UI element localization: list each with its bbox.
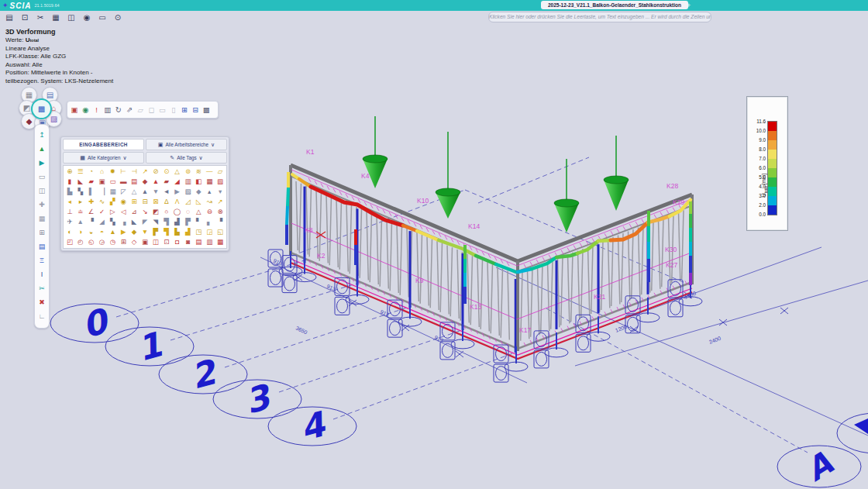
command-icon[interactable]: ▣ bbox=[140, 237, 150, 247]
command-icon[interactable]: ▲ bbox=[107, 227, 118, 237]
command-icon[interactable]: ◩ bbox=[150, 207, 161, 217]
text-cursor-icon[interactable]: I bbox=[41, 267, 43, 281]
command-icon[interactable]: ◰ bbox=[64, 237, 75, 247]
command-icon[interactable]: ▣ bbox=[97, 177, 108, 187]
command-icon[interactable]: ◳ bbox=[193, 227, 204, 237]
command-icon[interactable]: ⊿ bbox=[129, 207, 140, 217]
command-icon[interactable]: ▶ bbox=[118, 227, 129, 237]
command-icon[interactable]: ▘ bbox=[193, 217, 204, 227]
command-icon[interactable]: ◇ bbox=[129, 237, 140, 247]
command-line-hint[interactable]: Klicken Sie hier oder drücken Sie die Le… bbox=[488, 12, 711, 22]
command-icon[interactable]: ⊡ bbox=[161, 237, 172, 247]
camera-icon[interactable]: ◉ bbox=[80, 105, 91, 114]
command-icon[interactable]: ▟ bbox=[183, 227, 194, 237]
export-icon[interactable]: ⊡ bbox=[17, 12, 33, 24]
command-icon[interactable]: ▶ bbox=[172, 187, 183, 197]
command-icon[interactable]: ⊗ bbox=[215, 207, 226, 217]
command-icon[interactable]: ▰ bbox=[86, 177, 97, 187]
command-icon[interactable]: ▦ bbox=[107, 187, 118, 197]
command-icon[interactable]: ○ bbox=[161, 207, 172, 217]
command-icon[interactable]: ◣ bbox=[129, 217, 140, 227]
window-select-icon[interactable]: ◫ bbox=[39, 184, 46, 198]
command-icon[interactable]: ↝ bbox=[204, 197, 215, 207]
command-icon[interactable]: ▦ bbox=[215, 237, 226, 247]
command-icon[interactable]: ▚ bbox=[75, 187, 86, 197]
clip-a-icon[interactable]: ▱ bbox=[135, 105, 146, 114]
command-icon[interactable]: ▤ bbox=[129, 177, 140, 187]
command-icon[interactable]: ▝ bbox=[215, 217, 226, 227]
command-icon[interactable]: ◉ bbox=[118, 197, 129, 207]
command-icon[interactable]: ▙ bbox=[172, 227, 183, 237]
command-icon[interactable]: ▜ bbox=[161, 227, 172, 237]
command-icon[interactable]: ⊢ bbox=[118, 167, 129, 177]
command-icon[interactable]: ◄ bbox=[161, 187, 172, 197]
command-icon[interactable]: ▖ bbox=[204, 217, 215, 227]
box-select-icon[interactable]: ▭ bbox=[39, 170, 46, 184]
tab-eingabebereich[interactable]: EINGABEBEREICH bbox=[63, 139, 144, 150]
command-icon[interactable]: ▭ bbox=[107, 177, 118, 187]
command-icon[interactable]: ⊕ bbox=[64, 167, 75, 177]
axis-corner-icon[interactable]: ∟ bbox=[39, 309, 46, 323]
command-icon[interactable]: ◶ bbox=[97, 237, 108, 247]
command-icon[interactable]: ◆ bbox=[129, 227, 140, 237]
command-icon[interactable]: ↗ bbox=[140, 167, 150, 177]
command-icon[interactable]: ∠ bbox=[86, 207, 97, 217]
command-icon[interactable]: ▸ bbox=[75, 197, 86, 207]
command-icon[interactable]: ▧ bbox=[183, 187, 194, 197]
search-layers-icon[interactable]: ⊙ bbox=[110, 12, 126, 24]
command-icon[interactable]: ∿ bbox=[97, 197, 108, 207]
command-icon[interactable]: ◓ bbox=[97, 227, 108, 237]
command-icon[interactable]: ◷ bbox=[107, 237, 118, 247]
command-icon[interactable]: ▜ bbox=[161, 217, 172, 227]
command-icon[interactable]: ↘ bbox=[140, 207, 150, 217]
folder-icon[interactable]: ▭ bbox=[95, 12, 110, 24]
rotate-icon[interactable]: ↻ bbox=[113, 105, 124, 114]
command-icon[interactable]: ⊞ bbox=[129, 197, 140, 207]
intersect-icon[interactable]: ⊞ bbox=[39, 226, 45, 239]
command-icon[interactable]: ▥ bbox=[204, 237, 215, 247]
command-icon[interactable]: ▛ bbox=[183, 217, 194, 227]
command-icon[interactable]: ▞ bbox=[107, 197, 118, 207]
fly-mode-icon[interactable]: ▶ bbox=[40, 156, 45, 170]
command-icon[interactable]: ◆ bbox=[140, 177, 150, 187]
workspaces-filter[interactable]: ▣ Alle Arbeitsbereiche ∨ bbox=[146, 139, 227, 150]
command-icon[interactable]: ▌ bbox=[86, 187, 97, 197]
command-icon[interactable]: ▛ bbox=[150, 227, 161, 237]
command-icon[interactable]: ▦ bbox=[204, 177, 215, 187]
layers-icon[interactable]: ▤ bbox=[39, 239, 46, 253]
command-icon[interactable]: ◌ bbox=[183, 207, 194, 217]
command-icon[interactable]: △ bbox=[193, 207, 204, 217]
command-icon[interactable]: ▲ bbox=[75, 217, 86, 227]
command-icon[interactable]: ⊙ bbox=[161, 167, 172, 177]
move-up-icon[interactable]: ▲ bbox=[39, 142, 46, 156]
wire-model-icon[interactable]: ▩ bbox=[31, 98, 52, 119]
clip-b-icon[interactable]: ◻ bbox=[146, 105, 157, 114]
view-icon[interactable]: ◉ bbox=[79, 12, 95, 24]
command-icon[interactable]: ▗ bbox=[118, 217, 129, 227]
cut-tools-icon[interactable]: ✂ bbox=[33, 12, 48, 24]
trim-icon[interactable]: ✂ bbox=[39, 281, 45, 295]
database-icon[interactable]: ◫ bbox=[64, 12, 79, 24]
command-icon[interactable]: ◑ bbox=[75, 227, 86, 237]
command-icon[interactable]: ◒ bbox=[86, 227, 97, 237]
tags-filter[interactable]: ✎ Alle Tags ∨ bbox=[146, 152, 227, 164]
labels-icon[interactable]: ▥ bbox=[102, 105, 113, 114]
command-icon[interactable]: ⊚ bbox=[183, 167, 194, 177]
command-icon[interactable]: △ bbox=[172, 167, 183, 177]
delete-mark-icon[interactable]: ✖ bbox=[39, 295, 45, 309]
categories-filter[interactable]: ▦ Alle Kategorien ∨ bbox=[63, 152, 144, 164]
command-icon[interactable]: ▼ bbox=[150, 187, 161, 197]
command-icon[interactable]: ◲ bbox=[204, 227, 215, 237]
command-icon[interactable]: ⊖ bbox=[204, 207, 215, 217]
send-back-icon[interactable]: ⊟ bbox=[190, 105, 201, 114]
command-icon[interactable]: ▧ bbox=[215, 177, 226, 187]
select-up-icon[interactable]: ↥ bbox=[39, 128, 45, 142]
command-icon[interactable]: ✹ bbox=[107, 167, 118, 177]
command-icon[interactable]: ◯ bbox=[172, 207, 183, 217]
command-icon[interactable]: ◢ bbox=[97, 217, 108, 227]
command-icon[interactable]: ⊥ bbox=[64, 207, 75, 217]
command-icon[interactable]: ▙ bbox=[64, 187, 75, 197]
command-icon[interactable]: ◤ bbox=[140, 217, 150, 227]
command-icon[interactable]: ≐ bbox=[75, 207, 86, 217]
add-entity-icon[interactable]: ✚ bbox=[39, 198, 45, 212]
